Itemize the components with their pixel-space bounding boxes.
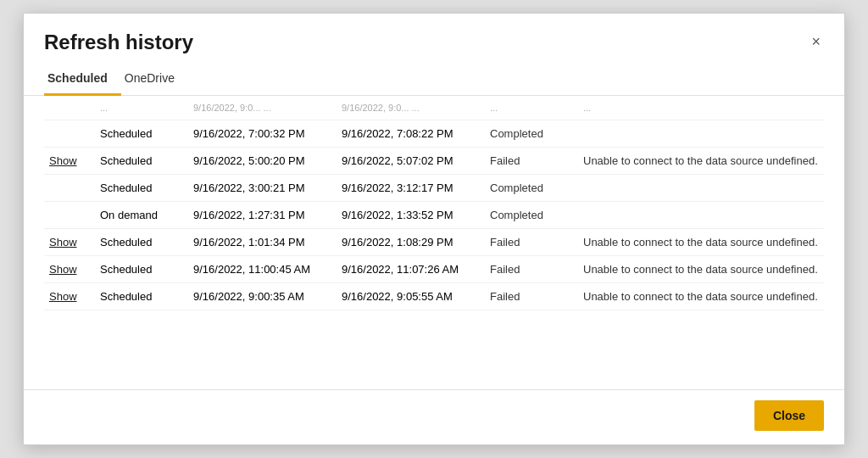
error-cell	[578, 202, 824, 229]
start-cell: 9/16/2022, 11:00:45 AM	[188, 256, 337, 283]
refresh-history-dialog: Refresh history × Scheduled OneDrive ...…	[23, 13, 845, 445]
type-cell: Scheduled	[95, 175, 188, 202]
type-cell: On demand	[95, 202, 188, 229]
end-cell: 9/16/2022, 5:07:02 PM	[337, 148, 485, 175]
start-cell: 9/16/2022, 3:00:21 PM	[188, 175, 337, 202]
status-cell: Completed	[485, 202, 578, 229]
end-cell: 9/16/2022, 9:05:55 AM	[337, 283, 485, 310]
table-row: Scheduled 9/16/2022, 3:00:21 PM 9/16/202…	[44, 175, 824, 202]
error-cell	[578, 175, 824, 202]
dialog-title: Refresh history	[44, 31, 193, 54]
start-cell: 9/16/2022, 1:27:31 PM	[188, 202, 337, 229]
history-table: ... 9/16/2022, 9:0... ... 9/16/2022, 9:0…	[44, 96, 824, 310]
error-cell: Unable to connect to the data source und…	[578, 148, 824, 175]
show-link: Show	[49, 263, 77, 276]
show-cell	[44, 202, 95, 229]
start-cell: 9/16/2022, 9:0... ...	[188, 96, 337, 120]
show-cell	[44, 175, 95, 202]
dialog-footer: Close	[24, 389, 844, 444]
close-icon[interactable]: ×	[808, 31, 824, 53]
error-cell: Unable to connect to the data source und…	[578, 256, 824, 283]
show-cell[interactable]: Show	[44, 229, 95, 256]
status-cell: Completed	[485, 120, 578, 148]
type-cell: Scheduled	[95, 120, 188, 148]
start-cell: 9/16/2022, 5:00:20 PM	[188, 148, 337, 175]
type-cell: Scheduled	[95, 229, 188, 256]
status-cell: Failed	[485, 148, 578, 175]
end-cell: 9/16/2022, 7:08:22 PM	[337, 120, 485, 148]
show-link: Show	[49, 154, 77, 167]
end-cell: 9/16/2022, 1:33:52 PM	[337, 202, 485, 229]
error-cell: Unable to connect to the data source und…	[578, 283, 824, 310]
error-cell	[578, 120, 824, 148]
end-cell: 9/16/2022, 11:07:26 AM	[337, 256, 485, 283]
show-cell[interactable]: Show	[44, 256, 95, 283]
start-cell: 9/16/2022, 1:01:34 PM	[188, 229, 337, 256]
type-cell: Scheduled	[95, 148, 188, 175]
status-cell: Failed	[485, 283, 578, 310]
error-cell: ...	[578, 96, 824, 120]
history-content: ... 9/16/2022, 9:0... ... 9/16/2022, 9:0…	[24, 96, 844, 389]
show-cell	[44, 96, 95, 120]
error-cell: Unable to connect to the data source und…	[578, 229, 824, 256]
show-link: Show	[49, 236, 77, 249]
type-cell: Scheduled	[95, 283, 188, 310]
table-row: Show Scheduled 9/16/2022, 11:00:45 AM 9/…	[44, 256, 824, 283]
table-row: On demand 9/16/2022, 1:27:31 PM 9/16/202…	[44, 202, 824, 229]
type-cell: ...	[95, 96, 188, 120]
show-cell	[44, 120, 95, 148]
table-row: Show Scheduled 9/16/2022, 9:00:35 AM 9/1…	[44, 283, 824, 310]
start-cell: 9/16/2022, 9:00:35 AM	[188, 283, 337, 310]
close-button[interactable]: Close	[754, 400, 824, 431]
type-cell: Scheduled	[95, 256, 188, 283]
end-cell: 9/16/2022, 9:0... ...	[337, 96, 485, 120]
tab-onedrive[interactable]: OneDrive	[121, 64, 188, 96]
status-cell: Failed	[485, 256, 578, 283]
show-cell[interactable]: Show	[44, 283, 95, 310]
status-cell: Failed	[485, 229, 578, 256]
end-cell: 9/16/2022, 1:08:29 PM	[337, 229, 485, 256]
show-cell[interactable]: Show	[44, 148, 95, 175]
start-cell: 9/16/2022, 7:00:32 PM	[188, 120, 337, 148]
table-row: Scheduled 9/16/2022, 7:00:32 PM 9/16/202…	[44, 120, 824, 148]
table-row: ... 9/16/2022, 9:0... ... 9/16/2022, 9:0…	[44, 96, 824, 120]
end-cell: 9/16/2022, 3:12:17 PM	[337, 175, 485, 202]
dialog-header: Refresh history ×	[24, 14, 844, 54]
table-row: Show Scheduled 9/16/2022, 1:01:34 PM 9/1…	[44, 229, 824, 256]
tab-scheduled[interactable]: Scheduled	[44, 64, 121, 96]
show-link: Show	[49, 290, 77, 303]
status-cell: Completed	[485, 175, 578, 202]
tab-bar: Scheduled OneDrive	[24, 54, 844, 96]
table-row: Show Scheduled 9/16/2022, 5:00:20 PM 9/1…	[44, 148, 824, 175]
status-cell: ...	[485, 96, 578, 120]
